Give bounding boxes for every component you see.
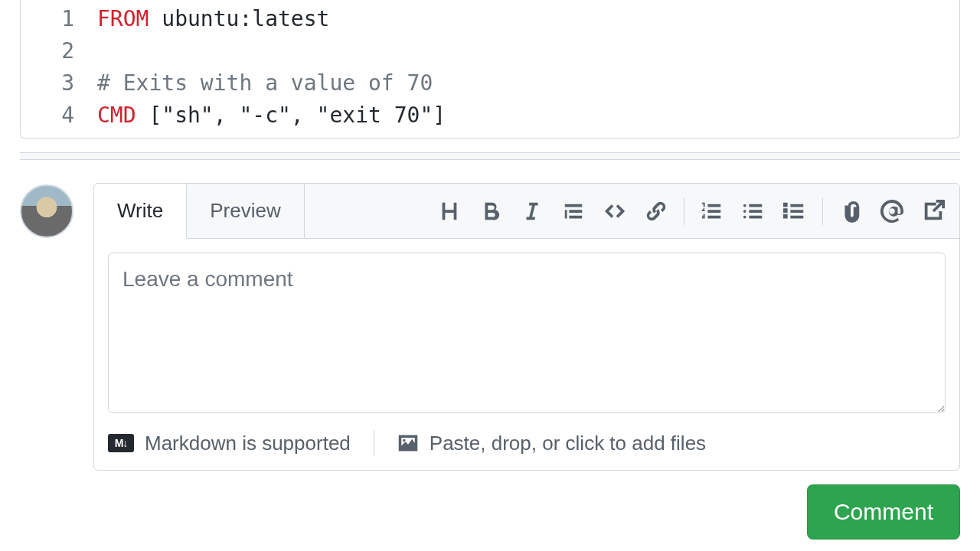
code-block: 1 FROM ubuntu:latest 2 3 # Exits with a … xyxy=(20,0,960,139)
italic-icon[interactable] xyxy=(518,197,546,225)
footer-separator xyxy=(374,430,374,456)
composer-footer: M↓ Markdown is supported Paste, drop, or… xyxy=(94,430,959,470)
tab-write[interactable]: Write xyxy=(94,184,187,239)
line-number: 3 xyxy=(21,67,97,99)
code-icon[interactable] xyxy=(601,197,629,225)
mention-icon[interactable] xyxy=(878,197,906,225)
line-number: 4 xyxy=(21,99,97,132)
task-list-icon[interactable] xyxy=(781,197,808,225)
reference-icon[interactable] xyxy=(920,197,947,225)
markdown-icon: M↓ xyxy=(108,434,134,452)
bold-icon[interactable] xyxy=(477,197,505,225)
code-line: 4 CMD ["sh", "-c", "exit 70"] xyxy=(21,99,959,132)
avatar[interactable] xyxy=(20,184,74,238)
bulleted-list-icon[interactable] xyxy=(740,197,767,225)
quote-icon[interactable] xyxy=(560,197,587,225)
code-line: 2 xyxy=(21,35,959,67)
line-number: 1 xyxy=(21,3,97,35)
comment-button[interactable]: Comment xyxy=(807,484,960,540)
code-content: FROM ubuntu:latest xyxy=(97,3,329,35)
line-number: 2 xyxy=(21,35,97,67)
code-line: 3 # Exits with a value of 70 xyxy=(21,67,959,99)
tab-preview[interactable]: Preview xyxy=(187,184,304,238)
attach-icon[interactable] xyxy=(837,197,864,225)
code-line: 1 FROM ubuntu:latest xyxy=(21,3,959,35)
formatting-toolbar xyxy=(423,184,959,238)
numbered-list-icon[interactable] xyxy=(698,197,726,225)
heading-icon[interactable] xyxy=(436,197,463,225)
link-icon[interactable] xyxy=(642,197,670,225)
image-icon xyxy=(397,432,419,454)
code-content: CMD ["sh", "-c", "exit 70"] xyxy=(97,99,446,132)
comment-composer: Write Preview xyxy=(93,183,960,471)
markdown-hint[interactable]: M↓ Markdown is supported xyxy=(108,432,351,455)
composer-header: Write Preview xyxy=(94,184,959,239)
section-divider xyxy=(20,152,960,160)
code-content: # Exits with a value of 70 xyxy=(97,67,433,99)
upload-hint[interactable]: Paste, drop, or click to add files xyxy=(397,432,706,455)
comment-input[interactable] xyxy=(108,253,946,413)
composer-tabs: Write Preview xyxy=(94,184,305,238)
